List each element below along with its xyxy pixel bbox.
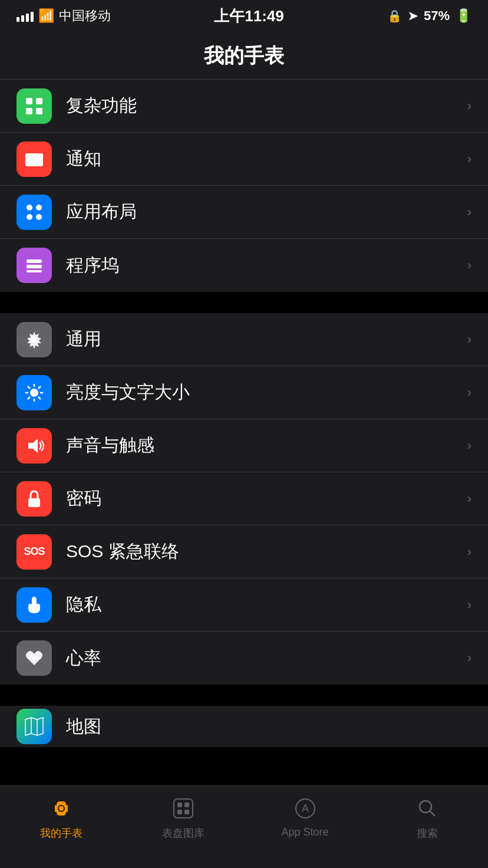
svg-point-24	[32, 501, 36, 504]
menu-item-applayout[interactable]: 应用布局 ›	[0, 186, 488, 239]
chevron-icon: ›	[467, 438, 471, 453]
tab-bar: 我的手表 表盘图库 A App Store	[0, 785, 488, 868]
battery-icon: 🔋	[456, 8, 471, 24]
status-left: 📶 中国移动	[17, 7, 111, 25]
section-gap	[0, 292, 488, 313]
svg-rect-3	[36, 108, 42, 114]
privacy-icon	[17, 587, 52, 623]
maps-label: 地图	[66, 715, 101, 739]
tab-search[interactable]: 搜索	[366, 794, 488, 840]
chevron-icon: ›	[467, 544, 471, 560]
carrier-label: 中国移动	[59, 7, 111, 25]
svg-rect-9	[27, 259, 42, 263]
chevron-icon: ›	[467, 491, 471, 507]
menu-item-sound[interactable]: 声音与触感 ›	[0, 419, 488, 472]
wifi-icon: 📶	[38, 8, 54, 24]
applayout-label: 应用布局	[66, 200, 461, 224]
search-tab-label: 搜索	[417, 826, 438, 840]
menu-item-sos[interactable]: SOS SOS 紧急联络 ›	[0, 525, 488, 578]
svg-rect-29	[55, 805, 57, 812]
notifications-label: 通知	[66, 147, 461, 171]
menu-item-passcode[interactable]: 密码 ›	[0, 472, 488, 525]
svg-marker-25	[25, 718, 43, 735]
lock-icon: 🔒	[387, 9, 402, 23]
chevron-icon: ›	[467, 98, 471, 114]
maps-icon	[17, 709, 52, 744]
menu-item-heartrate[interactable]: 心率 ›	[0, 632, 488, 685]
svg-line-21	[28, 397, 30, 399]
svg-line-41	[430, 811, 435, 816]
svg-line-18	[28, 386, 30, 389]
notifications-icon	[17, 142, 52, 177]
svg-point-6	[36, 205, 42, 211]
page-title: 我的手表	[0, 32, 488, 80]
menu-item-dock[interactable]: 程序坞 ›	[0, 239, 488, 292]
svg-rect-10	[27, 265, 42, 268]
passcode-label: 密码	[66, 486, 461, 511]
section-2: 通用 › 亮度与文字大小 › 声	[0, 313, 488, 685]
section-gap-2	[0, 685, 488, 706]
menu-item-privacy[interactable]: 隐私 ›	[0, 578, 488, 632]
sos-label: SOS 紧急联络	[66, 540, 461, 564]
tab-mywatch[interactable]: 我的手表	[0, 794, 122, 840]
svg-rect-33	[174, 799, 193, 818]
general-icon	[17, 322, 52, 357]
sound-icon	[17, 428, 52, 463]
signal-bars	[17, 10, 34, 22]
search-tab-icon	[413, 794, 441, 823]
svg-rect-36	[177, 810, 182, 814]
svg-rect-0	[26, 98, 32, 104]
general-label: 通用	[66, 327, 461, 351]
complications-label: 复杂功能	[66, 94, 461, 118]
svg-point-13	[30, 389, 38, 397]
status-right: 🔒 ➤ 57% 🔋	[387, 8, 471, 24]
menu-item-notifications[interactable]: 通知 ›	[0, 133, 488, 186]
svg-rect-4	[25, 153, 43, 166]
section-1: 复杂功能 › 通知 › 应用布局 ›	[0, 80, 488, 292]
heartrate-label: 心率	[66, 646, 461, 670]
status-bar: 📶 中国移动 上午11:49 🔒 ➤ 57% 🔋	[0, 0, 488, 32]
svg-line-19	[38, 397, 41, 399]
privacy-label: 隐私	[66, 593, 461, 617]
brightness-icon	[17, 375, 52, 410]
svg-rect-11	[27, 270, 42, 272]
battery-label: 57%	[424, 8, 450, 24]
chevron-icon: ›	[467, 385, 471, 400]
applayout-icon	[17, 195, 52, 230]
chevron-icon: ›	[467, 597, 471, 613]
menu-item-complications[interactable]: 复杂功能 ›	[0, 80, 488, 133]
svg-rect-35	[184, 803, 189, 807]
partial-item-maps[interactable]: 地图	[0, 706, 488, 747]
passcode-icon	[17, 481, 52, 517]
svg-rect-30	[66, 805, 68, 812]
svg-rect-1	[36, 98, 42, 104]
appstore-tab-label: App Store	[281, 826, 328, 839]
time-display: 上午11:49	[214, 6, 284, 27]
watchface-tab-label: 表盘图库	[162, 826, 205, 840]
heartrate-icon	[17, 640, 52, 676]
sos-icon: SOS	[17, 534, 52, 570]
svg-point-8	[36, 214, 42, 220]
svg-line-20	[38, 386, 41, 389]
menu-item-brightness[interactable]: 亮度与文字大小 ›	[0, 366, 488, 419]
chevron-icon: ›	[467, 650, 471, 666]
svg-point-32	[59, 806, 64, 811]
chevron-icon: ›	[467, 332, 471, 347]
watchface-tab-icon	[169, 794, 197, 823]
svg-point-7	[27, 214, 32, 220]
sound-label: 声音与触感	[66, 433, 461, 458]
svg-marker-22	[28, 439, 38, 453]
svg-rect-37	[184, 810, 189, 814]
complications-icon	[17, 88, 52, 124]
dock-icon	[17, 248, 52, 283]
mywatch-tab-label: 我的手表	[40, 826, 83, 840]
menu-item-general[interactable]: 通用 ›	[0, 313, 488, 366]
chevron-icon: ›	[467, 258, 471, 273]
tab-watchface[interactable]: 表盘图库	[122, 794, 244, 840]
appstore-tab-icon: A	[291, 794, 319, 823]
chevron-icon: ›	[467, 152, 471, 167]
location-icon: ➤	[408, 9, 418, 23]
dock-label: 程序坞	[66, 254, 461, 278]
tab-appstore[interactable]: A App Store	[244, 794, 366, 839]
svg-point-5	[27, 205, 32, 211]
